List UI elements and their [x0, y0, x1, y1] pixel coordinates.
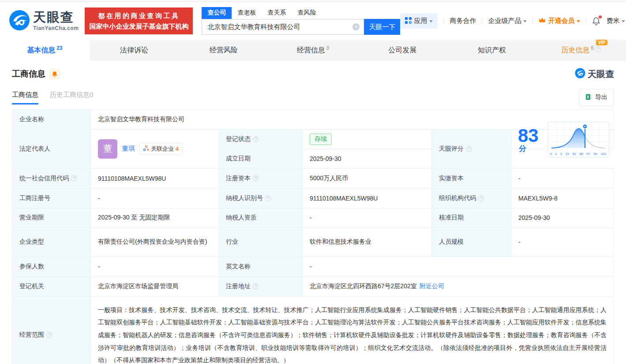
score-axis-tick: 1 — [555, 152, 557, 156]
help-icon[interactable] — [265, 195, 271, 201]
help-icon[interactable] — [595, 46, 601, 52]
field-label-text: 统一社会信用代码 — [19, 175, 69, 182]
help-icon[interactable] — [253, 175, 259, 182]
help-icon[interactable] — [478, 195, 484, 201]
field-value-credit-code: 91110108MAEXL5W98U — [91, 168, 219, 188]
nav-open-vip[interactable]: 开通会员 — [539, 17, 580, 25]
tab-count: 6 — [591, 45, 594, 51]
field-value-taxpayer-quality: - — [303, 208, 432, 227]
score-axis-tick: 100 — [600, 152, 606, 156]
business-info-table: 企业名称 北京智启文华教育科技有限公司 法定代表人 董 董琪 — [12, 109, 614, 364]
field-label-reg-authority: 登记机关 — [12, 276, 91, 296]
notification-bell[interactable] — [592, 17, 600, 26]
field-value-company-type: 有限责任公司(外商投资企业与内资合资) — [91, 227, 219, 256]
section-head: 工商信息 天眼查 — [0, 61, 626, 84]
monitor-bell-button[interactable] — [49, 69, 60, 79]
field-label-credit-code: 统一社会信用代码 — [12, 168, 91, 188]
search-tab-relation[interactable]: 查关系 — [262, 7, 292, 19]
score-distribution-chart: 0131550859799100 — [547, 122, 609, 157]
nav-cooperation-label: 商务合作 — [450, 17, 476, 25]
status-badge: 存续 — [310, 134, 332, 145]
score-number: 83分 — [518, 126, 544, 152]
nav-user[interactable]: 费米 — [606, 17, 625, 25]
chevron-down-icon — [523, 20, 527, 22]
tab-company-development[interactable]: 公司发展 — [358, 40, 447, 61]
search-tab-risk[interactable]: 查风险 — [292, 7, 322, 19]
search-input[interactable] — [202, 19, 364, 35]
search-tab-company[interactable]: 查公司 — [202, 7, 232, 19]
watermark-text: 天眼查 — [588, 68, 614, 80]
search-box: 天眼一下 — [202, 19, 400, 35]
help-icon[interactable] — [71, 175, 77, 182]
tab-legal-litigation[interactable]: 法律诉讼 — [90, 40, 179, 61]
tab-operation-risk[interactable]: 经营风险 — [179, 40, 268, 61]
apps-grid-icon — [405, 17, 412, 25]
tab-intellectual-property[interactable]: 知识产权 — [447, 40, 537, 61]
nav-divider — [443, 18, 444, 25]
tab-history-info[interactable]: 历史信息 6 VIP — [536, 40, 626, 61]
nav-divider — [532, 18, 533, 25]
field-label-english-name: 英文名称 — [219, 256, 303, 276]
tianyancha-logo[interactable]: 天眼查 TianYanCha.com — [9, 10, 79, 33]
search-tab-boss[interactable]: 查老板 — [232, 7, 262, 19]
nav-cooperation[interactable]: 商务合作 — [450, 17, 476, 25]
field-label-text: 纳税人识别号 — [226, 194, 263, 202]
table-row: 登记机关 北京市海淀区市场监督管理局 注册地址 北京市海淀区北四环西路67号2层… — [12, 276, 614, 296]
subtab-history-registration[interactable]: 历史工商信息0 — [50, 91, 93, 104]
tab-business-info[interactable]: 经营信息8 — [268, 40, 358, 61]
section-title: 工商信息 — [12, 68, 45, 80]
field-value-approval-date: 2025-09-30 — [511, 208, 614, 227]
field-label-org-code: 组织机构代码 — [432, 188, 511, 208]
field-label-taxpayer-id: 纳税人识别号 — [219, 188, 303, 208]
tianyancha-page: 天眼查 TianYanCha.com 都在用的商业查询工具 国家中小企业发展子基… — [0, 0, 626, 364]
nav-apps[interactable]: 应用 — [400, 13, 438, 29]
legal-rep-avatar[interactable]: 董 — [98, 139, 117, 159]
legal-rep-name-link[interactable]: 董琪 — [122, 145, 135, 153]
field-label-score: 天眼评分 — [432, 130, 511, 169]
tab-label: 法律诉讼 — [120, 46, 148, 55]
help-icon[interactable] — [253, 283, 259, 290]
nav-divider — [482, 18, 482, 25]
slogan-line2: 国家中小企业发展子基金旗下机构 — [89, 21, 188, 31]
tab-basic-info[interactable]: 基本信息 23 — [0, 40, 90, 61]
score-unit: 分 — [519, 145, 526, 153]
field-label-reg-status: 登记状态 — [219, 130, 303, 149]
top-header: 天眼查 TianYanCha.com 都在用的商业查询工具 国家中小企业发展子基… — [0, 2, 626, 40]
table-row: 经营范围 一般项目：技术服务、技术开发、技术咨询、技术交流、技术转让、技术推广；… — [12, 296, 614, 364]
excel-icon — [585, 93, 592, 102]
field-value-legal-rep: 董 董琪 关联企业 4 — [91, 130, 219, 169]
subtab-business-registration[interactable]: 工商信息 — [12, 91, 38, 104]
field-value-business-scope: 一般项目：技术服务、技术开发、技术咨询、技术交流、技术转让、技术推广；人工智能行… — [91, 296, 614, 364]
reg-address-text: 北京市海淀区北四环西路67号2层202室 — [310, 282, 417, 290]
related-companies-badge[interactable]: 关联企业 4 — [139, 143, 183, 155]
field-label-text: 组织机构代码 — [439, 194, 476, 202]
field-value-paid-capital: - — [511, 168, 614, 188]
field-value-reg-address: 北京市海淀区北四环西路67号2层202室附近公司 — [303, 276, 614, 296]
logo-text: 天眼查 TianYanCha.com — [33, 11, 79, 31]
help-icon[interactable] — [253, 136, 259, 142]
table-row: 企业类型 有限责任公司(外商投资企业与内资合资) 行业 软件和信息技术服务业 人… — [12, 227, 614, 256]
help-icon[interactable] — [46, 332, 52, 338]
score-axis-tick: 15 — [565, 152, 569, 156]
score-axis-tick: 99 — [593, 152, 597, 156]
chevron-down-icon — [577, 20, 580, 22]
tab-label: 经营信息 — [297, 46, 325, 55]
help-icon[interactable] — [466, 146, 472, 152]
field-label-text: 注册地址 — [226, 282, 251, 290]
field-value-reg-capital: 5000万人民币 — [303, 168, 432, 188]
tianyancha-logo-icon — [9, 10, 30, 33]
score-value: 83 — [518, 125, 539, 146]
field-value-industry: 软件和信息技术服务业 — [303, 227, 432, 256]
score-axis-tick: 50 — [572, 152, 576, 156]
field-label-taxpayer-quality: 纳税人资质 — [219, 208, 303, 227]
user-nav: 应用 商务合作 企业级产品 开通会员 — [400, 13, 625, 29]
slogan-banner: 都在用的商业查询工具 国家中小企业发展子基金旗下机构 — [85, 7, 193, 34]
export-button[interactable]: 导出 — [579, 89, 614, 106]
nav-divider — [586, 18, 586, 25]
nearby-companies-link[interactable]: 附近公司 — [420, 282, 444, 290]
field-label-reg-number: 工商注册号 — [12, 188, 91, 208]
field-label-reg-capital: 注册资本 — [219, 168, 303, 188]
nav-enterprise[interactable]: 企业级产品 — [488, 17, 527, 25]
field-value-staff-size: - — [511, 227, 614, 256]
search-button[interactable]: 天眼一下 — [364, 19, 400, 35]
